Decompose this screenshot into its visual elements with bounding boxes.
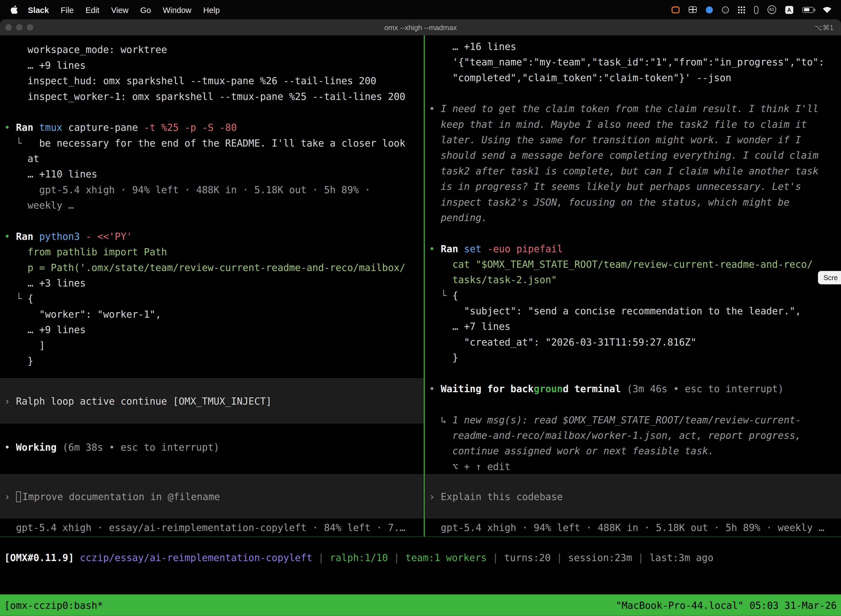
text-segment: last:3m ago — [649, 552, 714, 563]
text-segment: '{"team_name":"my-team","task_id":"1","f… — [429, 56, 825, 67]
menu-item-help[interactable]: Help — [197, 5, 226, 14]
zoom-button[interactable] — [27, 24, 33, 30]
screen-recording-indicator-icon[interactable] — [672, 6, 680, 13]
text-segment: ralph:1/10 — [330, 552, 388, 563]
text-segment: later. Using the same for transition mig… — [429, 134, 801, 145]
terminal-line: … +110 lines — [0, 166, 424, 182]
terminal-line: tasks/task-2.json" — [425, 272, 841, 287]
left-pane-statusline: gpt-5.4 xhigh · essay/ai-reimplementatio… — [0, 518, 424, 537]
dark-disc-icon[interactable] — [722, 6, 729, 13]
terminal-line: • Ran python3 - <<'PY' — [0, 229, 424, 244]
terminal-line: weekly … — [0, 197, 424, 213]
apple-logo-icon[interactable] — [11, 5, 18, 14]
terminal-line: … +9 lines — [0, 57, 424, 73]
text-segment: inspect_worker-1: omx sparkshell --tmux-… — [4, 91, 406, 102]
right-pane-content: … +16 lines '{"team_name":"my-team","tas… — [425, 35, 841, 474]
text-segment: inspect_hud: omx sparkshell --tmux-pane … — [4, 75, 377, 87]
terminal-line — [425, 85, 841, 101]
text-segment: groun — [533, 383, 563, 395]
text-segment: Ran — [441, 243, 464, 254]
terminal-line: at — [0, 151, 424, 166]
terminal-line: keep that in mind. Maybe I also need the… — [425, 116, 841, 132]
percent-gauge-icon[interactable]: 61 — [768, 5, 776, 14]
text-segment: └ — [4, 138, 39, 149]
terminal-line: gpt-5.4 xhigh · essay/ai-reimplementatio… — [0, 520, 405, 535]
text-segment: › — [429, 491, 441, 502]
right-pane[interactable]: … +16 lines '{"team_name":"my-team","tas… — [425, 35, 841, 537]
terminal-line: pending. — [425, 210, 841, 225]
text-segment: Ran — [16, 122, 39, 133]
sidebar-pill-icon[interactable] — [754, 6, 759, 13]
text-segment: Improve documentation in @filename — [22, 491, 220, 502]
text-segment: at — [4, 153, 39, 164]
terminal-line: '{"team_name":"my-team","task_id":"1","f… — [425, 54, 841, 70]
window-title-bar[interactable]: omx --xhigh --madmax ⌥⌘1 — [0, 19, 841, 35]
terminal-line: … +7 lines — [425, 319, 841, 334]
text-segment: pending. — [429, 212, 487, 223]
right-pane-statusline: gpt-5.4 xhigh · 94% left · 488K in · 5.1… — [425, 518, 841, 537]
left-pane-content: workspace_mode: worktree … +9 lines insp… — [0, 35, 424, 474]
left-pane[interactable]: workspace_mode: worktree … +9 lines insp… — [0, 35, 424, 537]
close-button[interactable] — [5, 24, 12, 30]
text-segment: gpt-5.4 xhigh · 94% left · 488K in · 5.1… — [429, 522, 825, 533]
text-segment: • — [429, 103, 441, 114]
text-segment: Waiting for back — [441, 383, 533, 395]
input-source-icon[interactable]: A — [785, 6, 793, 13]
menu-item-view[interactable]: View — [105, 5, 134, 14]
dots-grid-icon[interactable] — [738, 6, 745, 13]
text-segment: "worker": "worker-1", — [4, 308, 161, 320]
terminal-line: p = Path('.omx/state/team/review-current… — [0, 260, 424, 275]
menu-item-go[interactable]: Go — [134, 5, 157, 14]
terminal-line: from pathlib import Path — [0, 244, 424, 260]
text-segment: • — [429, 383, 441, 395]
text-segment: [OMX#0.11.9] — [4, 552, 80, 563]
terminal-line: gpt-5.4 xhigh · 94% left · 488K in · 5.1… — [0, 182, 424, 197]
text-segment: should send a message before completing … — [429, 150, 818, 161]
tmux-host-clock: "MacBook-Pro-44.local" 05:03 31-Mar-26 — [616, 600, 837, 611]
text-segment: p = Path('.omx/state/team/review-current… — [4, 262, 406, 273]
text-segment: } — [4, 355, 34, 367]
right-prompt-band[interactable]: › Explain this codebase — [425, 474, 841, 518]
terminal-line: ⌥ + ↑ edit — [425, 459, 841, 474]
prompt-band[interactable]: › Ralph loop active continue [OMX_TMUX_I… — [0, 378, 424, 423]
text-segment: | — [388, 552, 405, 563]
terminal-line: should send a message before completing … — [425, 148, 841, 163]
terminal-line — [425, 365, 841, 381]
battery-icon[interactable] — [802, 7, 814, 12]
menu-item-slack[interactable]: Slack — [22, 5, 55, 14]
window-controls — [0, 24, 38, 30]
bottom-pane: [OMX#0.11.9] cczip/essay/ai-reimplementa… — [0, 537, 841, 594]
window-tiles-icon[interactable] — [689, 6, 697, 13]
text-segment: python3 — [39, 231, 86, 242]
minimize-button[interactable] — [16, 24, 22, 30]
menu-item-file[interactable]: File — [55, 5, 80, 14]
text-segment: • — [4, 231, 16, 242]
text-segment: capture-pane — [68, 122, 144, 133]
wifi-icon[interactable] — [823, 6, 831, 13]
desktop: Slack FileEditViewGoWindowHelp 61A omx -… — [0, 0, 841, 616]
terminal-line: • Ran tmux capture-pane -t %25 -p -S -80 — [0, 119, 424, 135]
text-segment: cczip/essay/ai-reimplementation-copyleft — [80, 552, 312, 563]
omx-status-line: [OMX#0.11.9] cczip/essay/ai-reimplementa… — [0, 550, 841, 565]
blue-orb-icon[interactable] — [706, 6, 713, 13]
text-segment: readme-and-reco/mailbox/worker-1.json, a… — [429, 430, 801, 441]
terminal-line: "subject": "send a concise recommendatio… — [425, 303, 841, 318]
left-prompt-band[interactable]: › Improve documentation in @filename — [0, 474, 424, 518]
text-segment: "created_at": "2026-03-31T11:59:27.816Z" — [429, 336, 696, 348]
terminal-line: is in progress? It seems likely but perh… — [425, 179, 841, 194]
screen-capture-popover[interactable]: Scre — [818, 271, 841, 285]
terminal-line: readme-and-reco/mailbox/worker-1.json, a… — [425, 427, 841, 443]
text-segment: • — [4, 122, 16, 133]
menu-item-window[interactable]: Window — [157, 5, 197, 14]
text-segment: … +16 lines — [429, 41, 516, 52]
terminal-line: continue assigned work or next feasible … — [425, 443, 841, 459]
terminal-line: … +16 lines — [425, 39, 841, 54]
text-segment: inspect task2's JSON, focusing on the st… — [429, 196, 790, 208]
menu-item-edit[interactable]: Edit — [79, 5, 105, 14]
text-segment: gpt-5.4 xhigh · 94% left · 488K in · 5.1… — [4, 184, 371, 195]
text-segment: weekly … — [4, 199, 74, 211]
text-segment: { — [452, 290, 458, 301]
terminal-line — [425, 225, 841, 241]
text-segment: | — [632, 552, 649, 563]
text-segment: └ — [429, 290, 452, 301]
